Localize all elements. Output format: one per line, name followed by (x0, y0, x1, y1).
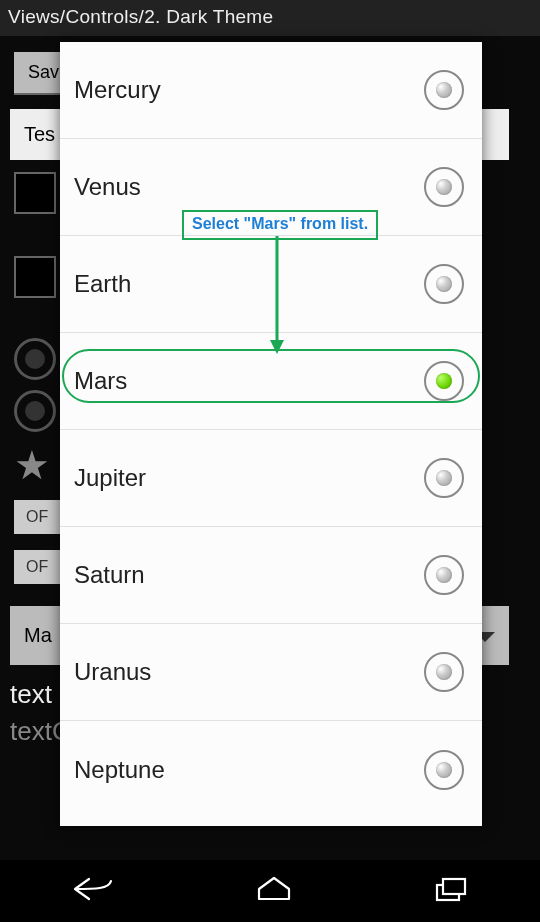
radio-bg-1[interactable] (14, 338, 56, 380)
radio-bg-2[interactable] (14, 390, 56, 432)
checkbox-bg-2[interactable] (14, 256, 56, 298)
list-item-label: Jupiter (74, 464, 146, 492)
list-item-label: Mars (74, 367, 127, 395)
radio-button[interactable] (424, 167, 464, 207)
radio-button[interactable] (424, 652, 464, 692)
list-item-label: Venus (74, 173, 141, 201)
radio-button[interactable] (424, 458, 464, 498)
list-item-label: Earth (74, 270, 131, 298)
radio-button[interactable] (424, 264, 464, 304)
radio-dot-icon (436, 82, 452, 98)
home-icon[interactable] (254, 875, 294, 907)
activity-title-bar: Views/Controls/2. Dark Theme (0, 0, 540, 36)
radio-dot-icon (436, 567, 452, 583)
annotation-label-box: Select "Mars" from list. (182, 210, 378, 240)
list-item-label: Uranus (74, 658, 151, 686)
list-item[interactable]: Saturn (60, 527, 482, 624)
radio-dot-icon (436, 470, 452, 486)
radio-dot-icon (436, 276, 452, 292)
activity-title: Views/Controls/2. Dark Theme (8, 6, 273, 27)
system-nav-bar (0, 860, 540, 922)
toggle-off-2[interactable]: OF (14, 550, 60, 584)
selection-dialog: MercuryVenusEarthMarsJupiterSaturnUranus… (60, 42, 482, 826)
radio-dot-selected-icon (436, 373, 452, 389)
checkbox-bg-1[interactable] (14, 172, 56, 214)
list-item[interactable]: Jupiter (60, 430, 482, 527)
svg-marker-1 (270, 340, 284, 354)
list-item[interactable]: Uranus (60, 624, 482, 721)
list-item-label: Mercury (74, 76, 161, 104)
radio-dot-icon (436, 179, 452, 195)
annotation-text: Select "Mars" from list. (192, 215, 368, 232)
radio-button[interactable] (424, 750, 464, 790)
list-item-label: Neptune (74, 756, 165, 784)
recent-apps-icon[interactable] (431, 875, 471, 907)
radio-dot-icon (436, 664, 452, 680)
radio-button[interactable] (424, 70, 464, 110)
svg-rect-3 (443, 879, 465, 894)
radio-button[interactable] (424, 555, 464, 595)
annotation-arrow-icon (269, 236, 289, 358)
list-item-label: Saturn (74, 561, 145, 589)
toggle-off-1[interactable]: OF (14, 500, 60, 534)
list-item[interactable]: Neptune (60, 721, 482, 818)
radio-button[interactable] (424, 361, 464, 401)
back-icon[interactable] (69, 875, 117, 907)
radio-dot-icon (436, 762, 452, 778)
list-item[interactable]: Mercury (60, 42, 482, 139)
